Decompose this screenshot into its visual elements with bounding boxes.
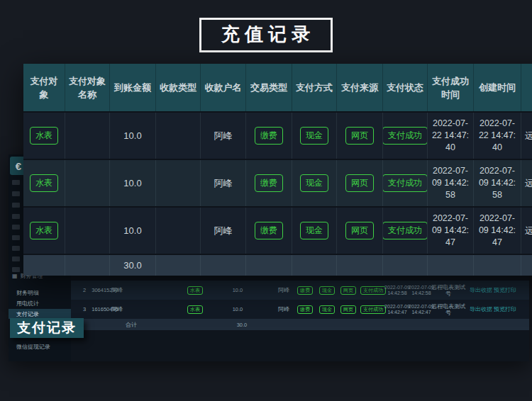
col-header-success-time: 支付成功时间 bbox=[428, 64, 474, 111]
account-name: 阿峰 bbox=[214, 130, 233, 142]
success-time: 2022-07-09 14:42:58 bbox=[384, 281, 411, 300]
pay-status-badge: 支付成功 bbox=[383, 174, 428, 192]
sidebar-text-fragment bbox=[12, 235, 20, 240]
extra-text: 远 bbox=[525, 130, 532, 142]
empty-cell bbox=[292, 255, 337, 276]
sidebar-text-fragment bbox=[12, 203, 20, 208]
payer-name: 阿峰 bbox=[108, 300, 126, 319]
table-row: 2 306415297 阿峰 水表 10.0 阿峰 缴费 现金 网页 支付成功 … bbox=[71, 281, 529, 300]
total-label: 合计 bbox=[121, 319, 142, 330]
meter-badge: 水表 bbox=[30, 127, 58, 145]
extra-text: 远 bbox=[525, 225, 532, 237]
success-time-cell: 2022-07-09 14:42:47 bbox=[428, 208, 474, 254]
amount: 10.0 bbox=[228, 281, 247, 300]
account-name-cell: 阿峰 bbox=[201, 113, 246, 159]
trade-type-badge: 缴费 bbox=[255, 174, 283, 192]
empty-cell bbox=[65, 255, 110, 276]
meter-badge: 水表 bbox=[30, 222, 58, 239]
collect-type-cell bbox=[156, 113, 201, 159]
pay-method-badge: 现金 bbox=[318, 281, 336, 300]
col-header-extra bbox=[521, 64, 532, 111]
sidebar-item-finance-detail[interactable]: 财务明细 bbox=[9, 288, 71, 298]
pay-source-badge: 网页 bbox=[339, 300, 358, 319]
pay-object-cell: 水表 bbox=[23, 160, 65, 206]
success-time: 2022-07-22 14:47:40 bbox=[431, 118, 470, 154]
amount-cell: 10.0 bbox=[110, 208, 156, 254]
pay-status-badge: 支付成功 bbox=[359, 281, 387, 300]
success-time: 2022-07-09 14:42:47 bbox=[431, 213, 470, 249]
col-header-collect-type: 收款类型 bbox=[156, 64, 201, 111]
pay-source-cell: 网页 bbox=[337, 113, 383, 159]
pay-method-cell: 现金 bbox=[292, 160, 337, 206]
amount: 10.0 bbox=[123, 178, 141, 188]
meter-badge: 水表 bbox=[30, 174, 58, 192]
sidebar-text-fragment bbox=[12, 191, 20, 196]
collect-type-cell bbox=[156, 208, 201, 254]
pay-status-badge: 支付成功 bbox=[383, 222, 428, 239]
pay-method-badge: 现金 bbox=[318, 300, 336, 319]
amount: 10.0 bbox=[123, 130, 141, 141]
sidebar-text-fragment bbox=[12, 256, 20, 261]
table-row: 3 161650495 阿峰 水表 10.0 阿峰 缴费 现金 网页 支付成功 … bbox=[71, 300, 529, 319]
pay-object-cell: 水表 bbox=[23, 208, 65, 254]
empty-cell bbox=[156, 255, 201, 276]
meter-badge: 水表 bbox=[184, 281, 206, 300]
col-header-pay-source: 支付来源 bbox=[337, 64, 383, 111]
extra-text: 远 bbox=[525, 177, 532, 190]
sidebar-item-label: 用电统计 bbox=[16, 300, 39, 307]
create-time: 2022-07-09 14:42:58 bbox=[478, 165, 516, 201]
collect-type-cell bbox=[156, 160, 201, 206]
pay-method-badge: 现金 bbox=[300, 222, 328, 239]
sidebar-text-fragment bbox=[12, 214, 20, 219]
trade-type-cell: 缴费 bbox=[246, 113, 292, 159]
print-preview-link[interactable]: 预览打印 bbox=[491, 300, 519, 319]
col-header-account-name: 收款户名 bbox=[201, 64, 246, 111]
page-title-box: 充值记录 bbox=[199, 18, 333, 52]
amount-cell: 10.0 bbox=[110, 113, 156, 159]
empty-cell bbox=[428, 255, 474, 276]
account-name: 阿峰 bbox=[214, 225, 233, 237]
object-name-cell bbox=[65, 160, 110, 206]
pay-status-cell: 支付成功 bbox=[383, 113, 428, 159]
trade-type-badge: 缴费 bbox=[255, 222, 283, 239]
sidebar-item-power-stats[interactable]: 用电统计 bbox=[9, 298, 71, 308]
pay-source-cell: 网页 bbox=[337, 208, 383, 254]
pay-status-badge: 支付成功 bbox=[383, 127, 428, 145]
amount: 10.0 bbox=[123, 225, 141, 236]
row-index: 2 bbox=[79, 281, 89, 300]
create-time: 2022-07-09 14:42:47 bbox=[478, 213, 516, 249]
pay-source-badge: 网页 bbox=[345, 127, 374, 145]
pay-status-badge: 支付成功 bbox=[359, 300, 387, 319]
object-name-cell bbox=[65, 113, 110, 159]
trade-type-cell: 缴费 bbox=[246, 160, 292, 206]
sidebar-text-fragment bbox=[12, 180, 20, 185]
success-time-cell: 2022-07-09 14:42:58 bbox=[428, 160, 474, 206]
table-total-row: 合计 30.0 bbox=[71, 319, 529, 330]
empty-cell bbox=[337, 255, 383, 276]
account-name: 阿峰 bbox=[275, 300, 293, 319]
success-time-cell: 2022-07-22 14:47:40 bbox=[428, 113, 474, 159]
trade-type-cell: 缴费 bbox=[246, 208, 292, 254]
trade-type-badge: 缴费 bbox=[296, 300, 314, 319]
remark: 远程电表测试号 bbox=[430, 281, 467, 300]
total-amount: 30.0 bbox=[123, 260, 141, 271]
create-time-cell: 2022-07-09 14:42:58 bbox=[474, 160, 521, 206]
create-time-cell: 2022-07-22 14:47:40 bbox=[474, 113, 521, 159]
pay-method-cell: 现金 bbox=[292, 113, 337, 159]
account-name-cell: 阿峰 bbox=[201, 160, 246, 206]
table-row: 水表 10.0 阿峰 缴费 现金 网页 支付成功 2022-07-09 14:4… bbox=[23, 159, 532, 206]
empty-cell bbox=[383, 255, 428, 276]
empty-cell bbox=[474, 255, 521, 276]
page-title: 充值记录 bbox=[221, 22, 315, 47]
print-preview-link[interactable]: 预览打印 bbox=[491, 281, 519, 300]
pay-source-badge: 网页 bbox=[345, 222, 374, 239]
pay-object-cell: 水表 bbox=[23, 113, 65, 159]
col-header-pay-object: 支付对象 bbox=[23, 64, 65, 111]
sidebar-item-wechat-withdraw-records[interactable]: 微信提现记录 bbox=[9, 341, 71, 351]
table-row: 水表 10.0 阿峰 缴费 现金 网页 支付成功 2022-07-22 14:4… bbox=[23, 111, 532, 159]
row-index: 3 bbox=[79, 300, 89, 319]
sidebar-item-label: 微信提现记录 bbox=[16, 343, 50, 351]
sidebar-item-payment-records[interactable]: 支付记录 bbox=[9, 309, 71, 319]
account-name: 阿峰 bbox=[275, 281, 293, 300]
col-header-create-time: 创建时间 bbox=[474, 64, 521, 111]
